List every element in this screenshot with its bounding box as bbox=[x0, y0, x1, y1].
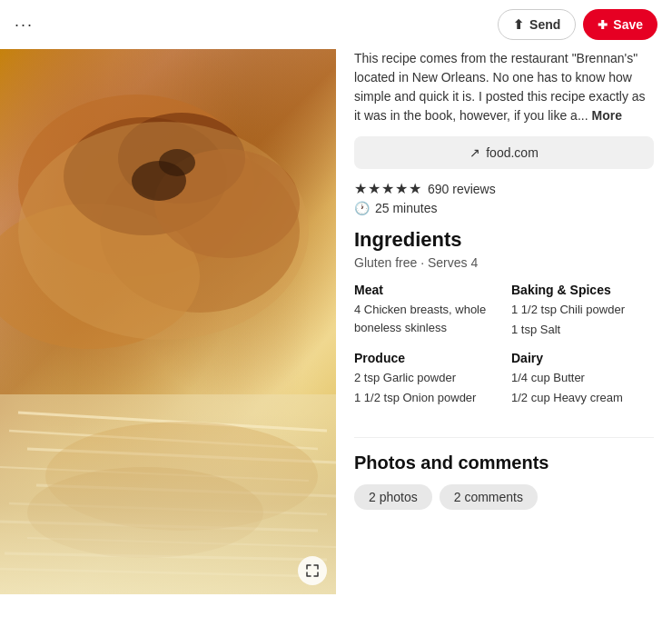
svg-line-14 bbox=[36, 485, 336, 496]
time-row: 🕐 25 minutes bbox=[354, 201, 654, 215]
info-panel: This recipe comes from the restaurant "B… bbox=[336, 49, 672, 594]
source-link[interactable]: ↗ food.com bbox=[354, 136, 654, 169]
svg-point-21 bbox=[27, 467, 263, 558]
category-baking-spices: Baking & Spices 1 1/2 tsp Chili powder 1… bbox=[511, 283, 654, 340]
clock-icon: 🕐 bbox=[354, 201, 370, 215]
category-produce: Produce 2 tsp Garlic powder 1 1/2 tsp On… bbox=[354, 351, 497, 408]
category-baking-title: Baking & Spices bbox=[511, 283, 654, 297]
svg-point-20 bbox=[45, 422, 318, 531]
expand-svg bbox=[306, 564, 319, 577]
photos-comments-title: Photos and comments bbox=[354, 453, 654, 473]
ingredients-section: Ingredients Gluten free · Serves 4 Meat … bbox=[354, 228, 654, 419]
category-meat: Meat 4 Chicken breasts, whole boneless s… bbox=[354, 283, 497, 340]
svg-line-15 bbox=[9, 503, 327, 514]
star-icons: ★★★★★ bbox=[354, 180, 422, 197]
svg-line-18 bbox=[5, 553, 327, 560]
svg-line-19 bbox=[0, 569, 309, 576]
more-options-icon[interactable]: ··· bbox=[15, 15, 34, 35]
category-produce-title: Produce bbox=[354, 351, 497, 365]
image-panel bbox=[0, 49, 336, 594]
ingredient-garlic: 2 tsp Garlic powder bbox=[354, 369, 497, 387]
more-link[interactable]: More bbox=[591, 108, 621, 123]
top-bar: ··· ⬆ Send ✚ Save bbox=[0, 0, 672, 49]
svg-line-12 bbox=[27, 449, 336, 463]
pill-buttons: 2 photos 2 comments bbox=[354, 484, 654, 510]
recipe-image bbox=[0, 49, 336, 594]
ingredient-onion: 1 1/2 tsp Onion powder bbox=[354, 389, 497, 407]
send-button[interactable]: ⬆ Send bbox=[498, 9, 576, 40]
top-bar-actions: ⬆ Send ✚ Save bbox=[498, 9, 657, 40]
source-domain: food.com bbox=[486, 145, 539, 160]
category-dairy-title: Dairy bbox=[511, 351, 654, 365]
category-meat-title: Meat bbox=[354, 283, 497, 297]
duration-text: 25 minutes bbox=[375, 201, 437, 215]
send-icon: ⬆ bbox=[513, 17, 524, 32]
svg-line-11 bbox=[9, 431, 318, 449]
ingredients-subtitle: Gluten free · Serves 4 bbox=[354, 255, 654, 270]
ingredients-title: Ingredients bbox=[354, 228, 654, 252]
ingredient-butter: 1/4 cup Butter bbox=[511, 369, 654, 387]
photos-comments-section: Photos and comments 2 photos 2 comments bbox=[354, 437, 654, 510]
comments-pill-button[interactable]: 2 comments bbox=[440, 484, 538, 510]
description-text: This recipe comes from the restaurant "B… bbox=[354, 49, 654, 125]
ingredient-chicken: 4 Chicken breasts, whole boneless skinle… bbox=[354, 301, 497, 336]
svg-point-8 bbox=[159, 149, 195, 176]
photos-pill-button[interactable]: 2 photos bbox=[354, 484, 432, 510]
svg-line-16 bbox=[0, 522, 318, 531]
send-label: Send bbox=[529, 17, 560, 32]
recipe-image-svg bbox=[0, 49, 336, 594]
pin-plus-icon: ✚ bbox=[598, 18, 608, 32]
ingredient-salt: 1 tsp Salt bbox=[511, 321, 654, 339]
review-count: 690 reviews bbox=[428, 182, 496, 196]
expand-icon[interactable] bbox=[298, 556, 327, 585]
main-content: This recipe comes from the restaurant "B… bbox=[0, 49, 672, 594]
external-link-icon: ↗ bbox=[469, 145, 480, 160]
save-label: Save bbox=[613, 17, 643, 32]
svg-line-17 bbox=[27, 538, 336, 547]
save-button[interactable]: ✚ Save bbox=[583, 9, 657, 40]
ingredient-chili: 1 1/2 tsp Chili powder bbox=[511, 301, 654, 319]
category-dairy: Dairy 1/4 cup Butter 1/2 cup Heavy cream bbox=[511, 351, 654, 408]
rating-row: ★★★★★ 690 reviews bbox=[354, 180, 654, 197]
svg-line-10 bbox=[18, 413, 327, 431]
ingredient-cream: 1/2 cup Heavy cream bbox=[511, 389, 654, 407]
svg-line-13 bbox=[0, 467, 309, 481]
ingredients-grid: Meat 4 Chicken breasts, whole boneless s… bbox=[354, 283, 654, 419]
svg-rect-9 bbox=[0, 394, 336, 594]
